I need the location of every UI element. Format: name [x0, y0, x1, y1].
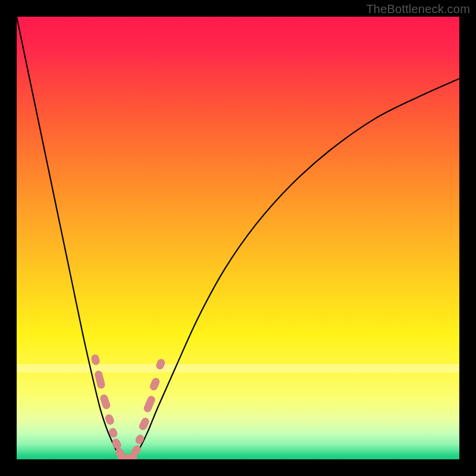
data-marker [90, 353, 101, 366]
chart-frame: TheBottleneck.com [0, 0, 476, 476]
data-marker [149, 377, 161, 392]
curve-layer [17, 17, 459, 459]
data-marker [155, 358, 166, 371]
marker-layer [90, 353, 166, 459]
data-marker [99, 393, 111, 410]
chart-svg [17, 17, 459, 459]
plot-area [17, 17, 459, 459]
curve-left-branch [17, 17, 123, 459]
watermark-text: TheBottleneck.com [366, 2, 470, 16]
data-marker [94, 370, 106, 390]
data-marker [134, 433, 145, 445]
data-marker [143, 394, 156, 414]
curve-right-branch [131, 79, 459, 459]
